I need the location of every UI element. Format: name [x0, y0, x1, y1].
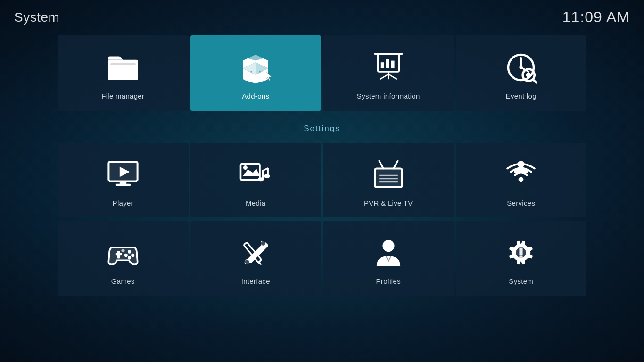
- svg-point-39: [519, 177, 524, 182]
- system-information-label: System information: [357, 92, 420, 100]
- svg-point-28: [258, 177, 264, 181]
- tile-system-information[interactable]: System information: [323, 35, 454, 111]
- svg-point-26: [243, 165, 248, 170]
- svg-point-44: [131, 253, 134, 256]
- svg-rect-23: [109, 162, 137, 180]
- media-icon: [239, 157, 272, 191]
- pvr-icon: [372, 157, 405, 191]
- tile-profiles[interactable]: Profiles: [323, 221, 454, 296]
- clock: 11:09 AM: [562, 8, 630, 26]
- svg-line-10: [388, 74, 397, 79]
- svg-rect-1: [110, 63, 136, 65]
- interface-icon: [239, 236, 272, 270]
- svg-point-46: [124, 253, 127, 256]
- tile-services[interactable]: Services: [456, 143, 587, 217]
- svg-rect-6: [386, 59, 389, 68]
- header: System 11:09 AM: [0, 0, 644, 34]
- svg-line-18: [533, 79, 536, 82]
- tile-media[interactable]: Media: [190, 143, 322, 217]
- svg-point-52: [261, 241, 265, 245]
- interface-label: Interface: [241, 277, 270, 285]
- add-ons-label: Add-ons: [242, 92, 269, 100]
- svg-point-17: [526, 72, 531, 77]
- media-label: Media: [246, 199, 265, 207]
- pvr-live-tv-label: PVR & Live TV: [364, 199, 413, 207]
- svg-point-30: [264, 174, 270, 178]
- settings-row-2: Games Interface: [57, 220, 587, 296]
- event-log-label: Event log: [506, 92, 537, 100]
- svg-point-45: [128, 256, 131, 259]
- settings-row-1: Player Media: [57, 142, 587, 218]
- svg-point-43: [128, 250, 131, 253]
- svg-line-35: [394, 161, 398, 168]
- svg-rect-22: [116, 183, 131, 186]
- svg-point-40: [518, 161, 524, 167]
- event-log-icon: [504, 50, 538, 84]
- svg-rect-7: [391, 60, 394, 68]
- top-row: File manager: [57, 34, 587, 112]
- svg-rect-42: [116, 253, 122, 255]
- svg-line-34: [379, 161, 383, 168]
- games-label: Games: [111, 277, 135, 285]
- svg-point-2: [250, 71, 252, 73]
- svg-rect-5: [381, 62, 384, 68]
- tile-file-manager[interactable]: File manager: [58, 35, 189, 111]
- games-icon: [106, 236, 140, 270]
- folder-icon: [106, 50, 140, 84]
- tile-system[interactable]: System: [456, 221, 587, 296]
- svg-point-3: [259, 71, 261, 73]
- profiles-label: Profiles: [376, 277, 401, 285]
- svg-line-9: [380, 74, 388, 79]
- svg-rect-0: [108, 59, 138, 80]
- system-icon: [504, 236, 538, 270]
- player-label: Player: [113, 199, 133, 207]
- svg-point-51: [245, 260, 249, 264]
- page-title: System: [14, 10, 59, 25]
- svg-rect-31: [267, 168, 269, 176]
- addons-icon: [239, 50, 272, 84]
- tile-player[interactable]: Player: [58, 143, 189, 217]
- settings-heading: Settings: [57, 120, 587, 135]
- tile-interface[interactable]: Interface: [190, 221, 322, 296]
- tile-add-ons[interactable]: Add-ons: [190, 35, 322, 111]
- svg-point-53: [382, 240, 394, 252]
- svg-rect-33: [376, 169, 401, 186]
- services-label: Services: [507, 199, 535, 207]
- tile-pvr-live-tv[interactable]: PVR & Live TV: [323, 143, 454, 217]
- file-manager-label: File manager: [101, 92, 144, 100]
- player-icon: [106, 157, 140, 191]
- services-icon: [504, 157, 538, 191]
- tile-games[interactable]: Games: [58, 221, 189, 296]
- system-info-icon: [372, 50, 405, 84]
- profiles-icon: [372, 236, 405, 270]
- svg-point-47: [121, 248, 124, 252]
- main-content: File manager: [0, 34, 644, 296]
- system-label: System: [509, 277, 533, 285]
- tile-event-log[interactable]: Event log: [456, 35, 587, 111]
